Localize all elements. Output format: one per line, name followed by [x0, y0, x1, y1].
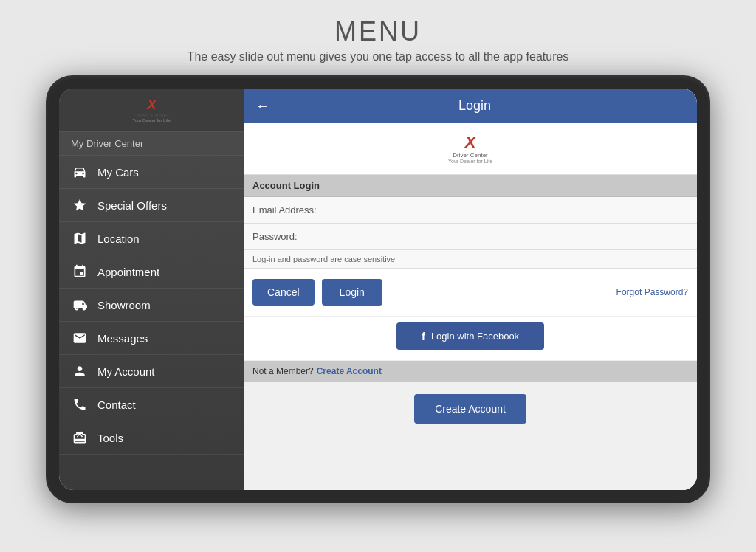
sidebar-item-label-appointment: Appointment [97, 266, 159, 278]
create-account-button[interactable]: Create Account [414, 394, 526, 424]
sidebar-item-messages[interactable]: Messages [59, 322, 244, 355]
tablet-wrapper: X Driver Center Your Dealer for Life My … [46, 75, 710, 503]
sidebar-item-label-showroom: Showroom [97, 299, 151, 311]
facebook-row: f Login with Facebook [244, 317, 697, 361]
showroom-icon [71, 297, 89, 312]
topbar-title: Login [282, 98, 685, 114]
main-content: ← Login X Driver Center Your Dealer for … [244, 89, 697, 490]
tablet-screen: X Driver Center Your Dealer for Life My … [59, 89, 697, 490]
sidebar-item-label-location: Location [97, 232, 140, 245]
sidebar-item-my-cars[interactable]: My Cars [59, 156, 244, 189]
facebook-icon: f [422, 330, 425, 342]
password-label: Password: [252, 231, 319, 242]
back-button[interactable]: ← [255, 97, 270, 114]
map-icon [71, 231, 89, 246]
not-member-text: Not a Member? [252, 366, 314, 376]
sidebar-logo: X Driver Center Your Dealer for Life [132, 97, 170, 123]
create-account-link[interactable]: Create Account [317, 366, 382, 376]
cancel-button[interactable]: Cancel [252, 279, 315, 306]
phone-icon [71, 397, 89, 412]
sidebar-item-my-account[interactable]: My Account [59, 355, 244, 388]
star-icon [71, 198, 89, 213]
email-input[interactable] [325, 204, 688, 215]
sidebar-logo-area: X Driver Center Your Dealer for Life [59, 89, 244, 132]
login-button[interactable]: Login [322, 279, 382, 306]
sidebar-user-title: My Driver Center [59, 132, 244, 156]
tools-icon [71, 430, 89, 445]
main-logo: X Driver Center Your Dealer for Life [448, 133, 492, 164]
sidebar-item-special-offers[interactable]: Special Offers [59, 189, 244, 222]
sidebar: X Driver Center Your Dealer for Life My … [59, 89, 244, 490]
facebook-login-label: Login with Facebook [431, 331, 519, 342]
sidebar-item-label-my-cars: My Cars [97, 166, 139, 179]
top-bar: ← Login [244, 89, 697, 123]
page-subtitle: The easy slide out menu gives you one ta… [30, 50, 726, 63]
buttons-row: Cancel Login Forgot Password? [244, 269, 697, 317]
calendar-icon [71, 264, 89, 279]
envelope-icon [71, 331, 89, 345]
sidebar-item-label-my-account: My Account [97, 365, 155, 378]
email-field-row: Email Address: [244, 197, 697, 224]
case-sensitive-note: Log-in and password are case sensitive [244, 250, 697, 269]
create-account-area: Create Account [244, 382, 697, 490]
sidebar-item-tools[interactable]: Tools [59, 421, 244, 455]
page-header: MENU The easy slide out menu gives you o… [0, 0, 756, 75]
forgot-password-link[interactable]: Forgot Password? [616, 287, 688, 297]
sidebar-item-appointment[interactable]: Appointment [59, 255, 244, 289]
sidebar-item-label-messages: Messages [97, 332, 148, 345]
password-field-row: Password: [244, 224, 697, 250]
sidebar-item-contact[interactable]: Contact [59, 388, 244, 421]
page-title: MENU [30, 16, 726, 47]
sidebar-item-label-special-offers: Special Offers [97, 199, 167, 212]
car-icon [71, 165, 89, 179]
facebook-login-button[interactable]: f Login with Facebook [396, 322, 544, 350]
email-label: Email Address: [252, 204, 319, 215]
login-area: X Driver Center Your Dealer for Life Acc… [244, 123, 697, 490]
sidebar-item-label-tools: Tools [97, 432, 123, 444]
not-member-bar: Not a Member? Create Account [244, 361, 697, 382]
sidebar-item-showroom[interactable]: Showroom [59, 289, 244, 322]
user-icon [71, 364, 89, 379]
sidebar-item-location[interactable]: Location [59, 222, 244, 255]
login-logo-area: X Driver Center Your Dealer for Life [244, 123, 697, 175]
sidebar-menu: My Cars Special Offers Location [59, 156, 244, 490]
sidebar-item-label-contact: Contact [97, 399, 136, 411]
account-login-header: Account Login [244, 175, 697, 197]
password-input[interactable] [325, 231, 688, 242]
